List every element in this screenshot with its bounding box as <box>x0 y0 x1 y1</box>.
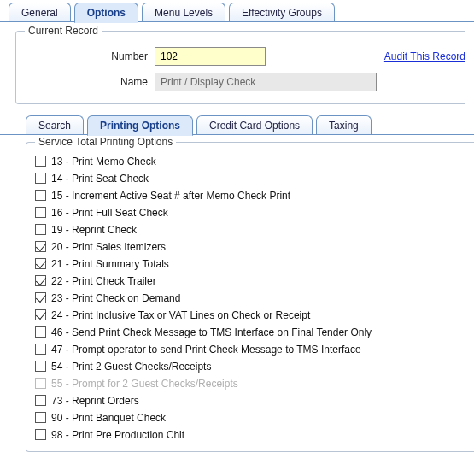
option-label: 20 - Print Sales Itemizers <box>51 241 166 253</box>
audit-this-record-link[interactable]: Audit This Record <box>384 50 465 62</box>
subtab-taxing[interactable]: Taxing <box>316 115 372 135</box>
option-row: 54 - Print 2 Guest Checks/Receipts <box>35 358 465 374</box>
option-row: 13 - Print Memo Check <box>35 153 465 169</box>
option-row: 47 - Prompt operator to send Print Check… <box>35 341 465 357</box>
option-checkbox <box>35 378 46 389</box>
subtab-printing-options[interactable]: Printing Options <box>87 115 193 136</box>
option-label: 21 - Print Summary Totals <box>51 258 169 270</box>
name-label: Name <box>26 76 155 88</box>
option-checkbox[interactable] <box>35 275 46 286</box>
tab-options[interactable]: Options <box>74 3 138 23</box>
option-row: 55 - Prompt for 2 Guest Checks/Receipts <box>35 375 465 391</box>
option-row: 46 - Send Print Check Message to TMS Int… <box>35 324 465 340</box>
number-input[interactable] <box>155 47 266 66</box>
options-list: 13 - Print Memo Check14 - Print Seat Che… <box>35 153 465 443</box>
options-group-title: Service Total Printing Options <box>35 136 176 148</box>
option-label: 15 - Increment Active Seat # after Memo … <box>51 190 290 202</box>
option-checkbox[interactable] <box>35 224 46 235</box>
option-row: 90 - Print Banquet Check <box>35 409 465 426</box>
subtab-search[interactable]: Search <box>26 115 84 135</box>
option-row: 73 - Reprint Orders <box>35 392 465 408</box>
option-checkbox[interactable] <box>35 258 46 269</box>
option-row: 24 - Print Inclusive Tax or VAT Lines on… <box>35 307 465 323</box>
option-label: 23 - Print Check on Demand <box>51 292 180 304</box>
option-row: 19 - Reprint Check <box>35 221 465 238</box>
option-checkbox[interactable] <box>35 326 46 338</box>
option-row: 15 - Increment Active Seat # after Memo … <box>35 187 465 203</box>
current-record-group: Current Record Audit This Record Number … <box>15 31 465 104</box>
top-tab-bar: General Options Menu Levels Effectivity … <box>0 0 474 22</box>
option-label: 24 - Print Inclusive Tax or VAT Lines on… <box>51 309 310 321</box>
option-checkbox[interactable] <box>35 412 46 423</box>
option-label: 54 - Print 2 Guest Checks/Receipts <box>51 361 211 373</box>
option-checkbox[interactable] <box>35 429 46 440</box>
option-label: 46 - Send Print Check Message to TMS Int… <box>51 326 372 338</box>
option-label: 22 - Print Check Trailer <box>51 275 156 287</box>
option-row: 22 - Print Check Trailer <box>35 273 465 289</box>
option-checkbox[interactable] <box>35 241 46 252</box>
option-checkbox[interactable] <box>35 207 46 218</box>
tab-effectivity-groups[interactable]: Effectivity Groups <box>229 3 335 22</box>
option-label: 55 - Prompt for 2 Guest Checks/Receipts <box>51 378 238 390</box>
option-checkbox[interactable] <box>35 292 46 303</box>
name-input <box>155 73 377 91</box>
option-checkbox[interactable] <box>35 344 46 355</box>
option-checkbox[interactable] <box>35 190 46 201</box>
option-label: 19 - Reprint Check <box>51 224 137 236</box>
option-checkbox[interactable] <box>35 309 46 320</box>
option-label: 98 - Print Pre Production Chit <box>51 429 184 441</box>
option-label: 73 - Reprint Orders <box>51 395 139 407</box>
option-label: 16 - Print Full Seat Check <box>51 207 168 219</box>
option-checkbox[interactable] <box>35 361 46 372</box>
option-label: 90 - Print Banquet Check <box>51 412 166 424</box>
current-record-title: Current Record <box>25 25 102 37</box>
number-label: Number <box>26 50 155 62</box>
option-row: 23 - Print Check on Demand <box>35 290 465 306</box>
option-row: 20 - Print Sales Itemizers <box>35 238 465 255</box>
tab-menu-levels[interactable]: Menu Levels <box>142 3 225 22</box>
subtab-credit-card-options[interactable]: Credit Card Options <box>196 115 313 135</box>
option-checkbox[interactable] <box>35 395 46 406</box>
option-row: 14 - Print Seat Check <box>35 170 465 186</box>
tab-general[interactable]: General <box>9 3 71 22</box>
option-label: 47 - Prompt operator to send Print Check… <box>51 344 361 356</box>
option-label: 13 - Print Memo Check <box>51 156 156 167</box>
option-row: 21 - Print Summary Totals <box>35 256 465 272</box>
option-row: 16 - Print Full Seat Check <box>35 204 465 220</box>
service-total-printing-options-group: Service Total Printing Options 13 - Prin… <box>26 142 474 452</box>
option-checkbox[interactable] <box>35 173 46 184</box>
option-checkbox[interactable] <box>35 156 46 167</box>
option-row: 98 - Print Pre Production Chit <box>35 426 465 443</box>
sub-tab-bar: Search Printing Options Credit Card Opti… <box>0 113 474 135</box>
option-label: 14 - Print Seat Check <box>51 173 149 185</box>
